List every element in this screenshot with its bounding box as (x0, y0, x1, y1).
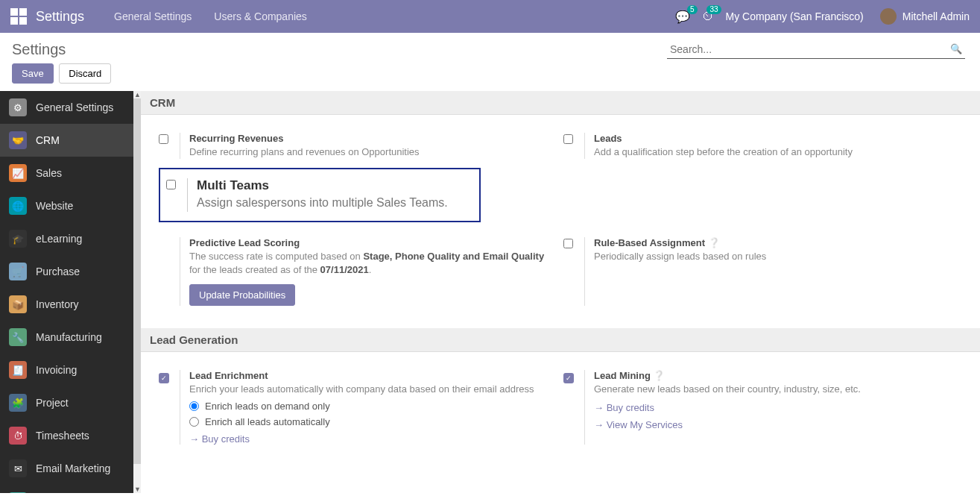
multi-teams-desc: Assign salespersons into multiple Sales … (197, 195, 473, 211)
sidebar-icon: 📦 (9, 295, 27, 313)
sidebar-item-label: Website (36, 200, 73, 212)
sidebar-item-label: Inventory (36, 298, 79, 310)
setting-lead-enrichment: ✓ Lead Enrichment Enrich your leads auto… (159, 364, 563, 454)
company-selector[interactable]: My Company (San Francisco) (726, 10, 864, 22)
sidebar-item-elearning[interactable]: 🎓eLearning (0, 222, 133, 255)
sidebar-item-label: Project (36, 397, 69, 409)
discard-button[interactable]: Discard (59, 63, 111, 84)
sidebar-item-manufacturing[interactable]: 🔧Manufacturing (0, 321, 133, 354)
leads-desc: Add a qualification step before the crea… (594, 145, 959, 159)
avatar (880, 8, 897, 25)
sidebar-item-label: Invoicing (36, 364, 77, 376)
control-panel: Settings 🔍 (0, 33, 980, 63)
enrich-on-demand-label: Enrich leads on demand only (205, 401, 330, 412)
scroll-down-icon[interactable]: ▼ (134, 486, 141, 493)
user-name: Mitchell Admin (902, 10, 970, 22)
chat-icon[interactable]: 💬5 (675, 10, 690, 24)
multi-teams-title: Multi Teams (197, 178, 473, 193)
lead-mining-title: Lead Mining ❔ (594, 370, 959, 381)
sidebar-item-events[interactable]: 🏷Events (0, 485, 133, 493)
sidebar-icon: ✉ (9, 459, 27, 477)
view-my-services-link[interactable]: View My Services (594, 419, 683, 430)
setting-leads: Leads Add a qualification step before th… (563, 127, 968, 168)
setting-recurring-revenues: Recurring Revenues Define recurring plan… (159, 127, 563, 168)
user-menu[interactable]: Mitchell Admin (880, 8, 970, 25)
sidebar-item-label: Email Marketing (36, 462, 110, 474)
lead-mining-checkbox[interactable]: ✓ (563, 373, 574, 383)
sidebar-item-inventory[interactable]: 📦Inventory (0, 288, 133, 321)
help-icon[interactable]: ❔ (708, 237, 720, 248)
sidebar-item-email-marketing[interactable]: ✉Email Marketing (0, 452, 133, 485)
sidebar-icon: 🧾 (9, 361, 27, 379)
rule-assignment-title: Rule-Based Assignment ❔ (594, 237, 959, 248)
app-brand[interactable]: Settings (36, 9, 84, 25)
search-input[interactable] (667, 40, 965, 59)
scroll-up-icon[interactable]: ▲ (134, 91, 141, 98)
rule-assignment-desc: Periodically assign leads based on rules (594, 250, 959, 263)
sidebar-item-label: Manufacturing (36, 331, 102, 343)
sidebar-item-project[interactable]: 🧩Project (0, 386, 133, 419)
sidebar-item-purchase[interactable]: 🛒Purchase (0, 255, 133, 288)
recurring-revenues-title: Recurring Revenues (189, 133, 554, 144)
scrollbar-thumb[interactable] (133, 98, 141, 464)
enrich-buy-credits-link[interactable]: Buy credits (189, 433, 250, 445)
leads-title: Leads (594, 133, 959, 144)
sidebar-item-label: Sales (36, 167, 62, 179)
help-icon[interactable]: ❔ (653, 370, 665, 381)
button-row: Save Discard (0, 63, 980, 91)
top-navbar: Settings General Settings Users & Compan… (0, 0, 980, 33)
predictive-title: Predictive Lead Scoring (189, 237, 554, 248)
sidebar-item-label: Timesheets (36, 430, 89, 442)
enrich-on-demand-radio[interactable] (189, 401, 199, 411)
sidebar-item-label: Purchase (36, 266, 80, 277)
section-crm-header: CRM (141, 91, 980, 115)
setting-lead-mining: ✓ Lead Mining ❔ Generate new leads based… (563, 364, 968, 454)
settings-sidebar: ⚙General Settings🤝CRM📈Sales🌐Website🎓eLea… (0, 91, 133, 493)
enrich-auto-radio[interactable] (189, 417, 199, 427)
lead-enrichment-checkbox[interactable]: ✓ (159, 373, 169, 383)
sidebar-icon: 🎓 (9, 230, 27, 248)
activity-icon[interactable]: ⏲33 (702, 10, 714, 23)
menu-users-companies[interactable]: Users & Companies (214, 10, 307, 22)
sidebar-item-timesheets[interactable]: ⏱Timesheets (0, 419, 133, 452)
sidebar-item-sales[interactable]: 📈Sales (0, 157, 133, 189)
sidebar-icon: ⏱ (9, 427, 27, 445)
settings-content: CRM Recurring Revenues Define recurring … (141, 91, 980, 493)
sidebar-icon: 🤝 (9, 131, 27, 149)
rule-assignment-checkbox[interactable] (563, 239, 573, 248)
page-title: Settings (12, 41, 66, 58)
sidebar-icon: 🔧 (9, 328, 27, 346)
enrich-auto-label: Enrich all leads automatically (205, 416, 330, 427)
setting-predictive-lead-scoring: Predictive Lead Scoring The success rate… (159, 231, 563, 315)
multi-teams-checkbox[interactable] (166, 180, 176, 189)
predictive-desc: The success rate is computed based on St… (189, 250, 554, 277)
sidebar-scrollbar[interactable]: ▲ ▼ (133, 91, 141, 493)
sidebar-item-website[interactable]: 🌐Website (0, 189, 133, 222)
sidebar-icon: 🛒 (9, 263, 27, 280)
sidebar-item-invoicing[interactable]: 🧾Invoicing (0, 354, 133, 386)
search-icon[interactable]: 🔍 (950, 43, 962, 54)
setting-multi-teams: Multi Teams Assign salespersons into mul… (159, 168, 481, 222)
section-leadgen-header: Lead Generation (141, 328, 980, 352)
sidebar-item-label: General Settings (36, 101, 113, 113)
sidebar-icon: 🌐 (9, 197, 27, 215)
apps-icon[interactable] (10, 8, 27, 25)
activity-badge: 33 (706, 5, 721, 14)
sidebar-icon: 📈 (9, 164, 27, 182)
menu-general-settings[interactable]: General Settings (114, 10, 192, 22)
sidebar-icon: ⚙ (9, 98, 27, 116)
lead-mining-desc: Generate new leads based on their countr… (594, 383, 959, 396)
update-probabilities-button[interactable]: Update Probabilities (189, 284, 295, 306)
setting-rule-based-assignment: Rule-Based Assignment ❔ Periodically ass… (563, 231, 968, 315)
lead-enrichment-title: Lead Enrichment (189, 370, 554, 381)
sidebar-icon: 🧩 (9, 394, 27, 412)
sidebar-item-crm[interactable]: 🤝CRM (0, 124, 133, 157)
recurring-revenues-checkbox[interactable] (159, 134, 168, 144)
save-button[interactable]: Save (12, 63, 54, 84)
chat-badge: 5 (687, 5, 698, 14)
sidebar-item-general-settings[interactable]: ⚙General Settings (0, 91, 133, 124)
mining-buy-credits-link[interactable]: Buy credits (594, 402, 654, 413)
sidebar-item-label: CRM (36, 134, 60, 146)
recurring-revenues-desc: Define recurring plans and revenues on O… (189, 145, 554, 159)
leads-checkbox[interactable] (563, 134, 573, 144)
